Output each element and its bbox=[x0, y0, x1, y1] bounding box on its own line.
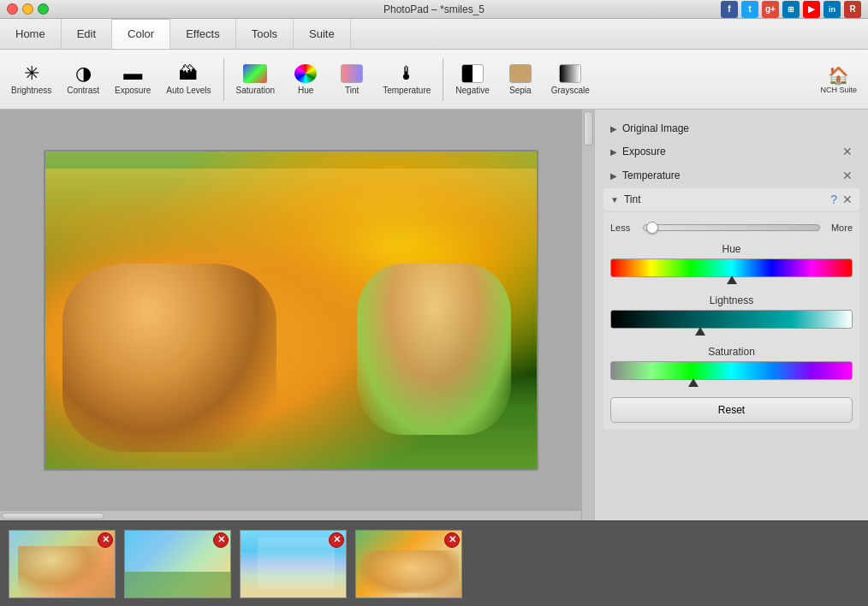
social-icons: f t g+ ⊞ ▶ in R bbox=[721, 1, 861, 18]
film-item-1[interactable]: ✕ bbox=[9, 530, 116, 598]
grayscale-tool[interactable]: Grayscale bbox=[544, 60, 597, 99]
lightness-slider[interactable] bbox=[610, 310, 853, 329]
tab-home[interactable]: Home bbox=[0, 19, 62, 49]
more-label: More bbox=[827, 223, 853, 233]
scrollbar-thumb-h[interactable] bbox=[2, 513, 104, 520]
exposure-close-button[interactable]: ✕ bbox=[842, 145, 853, 158]
effect-original-image[interactable]: ▶ Original Image bbox=[603, 118, 859, 139]
right-panel: ▶ Original Image ▶ Exposure ✕ ▶ Temperat… bbox=[594, 110, 868, 520]
facebook-icon[interactable]: f bbox=[721, 1, 738, 18]
titlebar-buttons bbox=[7, 3, 49, 15]
film-close-2[interactable]: ✕ bbox=[213, 532, 229, 548]
menu-tabs: Home Edit Color Effects Tools Suite bbox=[0, 19, 351, 49]
linkedin-icon[interactable]: in bbox=[823, 1, 841, 18]
film-close-3[interactable]: ✕ bbox=[329, 532, 344, 548]
tint-actions: ? ✕ bbox=[830, 193, 853, 206]
tab-tools[interactable]: Tools bbox=[236, 19, 294, 49]
image-area bbox=[0, 110, 581, 510]
twitter-icon[interactable]: t bbox=[741, 1, 758, 18]
less-more-slider-row: Less More bbox=[610, 219, 853, 236]
maximize-button[interactable] bbox=[38, 3, 49, 15]
separator-1 bbox=[223, 58, 224, 101]
saturation-tool[interactable]: Saturation bbox=[229, 60, 282, 99]
main-row: ▶ Original Image ▶ Exposure ✕ ▶ Temperat… bbox=[0, 110, 868, 520]
menubar: Home Edit Color Effects Tools Suite bbox=[0, 19, 868, 50]
film-close-4[interactable]: ✕ bbox=[444, 532, 460, 548]
exposure-label: Exposure bbox=[115, 86, 151, 95]
reset-button[interactable]: Reset bbox=[610, 397, 853, 423]
flowers-top bbox=[45, 169, 537, 271]
exposure-tool[interactable]: ▬ Exposure bbox=[108, 60, 158, 99]
tab-color[interactable]: Color bbox=[112, 19, 170, 49]
youtube-icon[interactable]: ▶ bbox=[803, 1, 820, 18]
tint-tool[interactable]: Tint bbox=[330, 60, 374, 99]
auto-levels-icon: 🏔 bbox=[179, 64, 198, 83]
saturation-slider-label: Saturation bbox=[610, 346, 853, 358]
windows-icon[interactable]: ⊞ bbox=[782, 1, 800, 18]
filmstrip: ✕ ✕ ✕ ✕ bbox=[0, 520, 868, 606]
google-icon[interactable]: g+ bbox=[762, 1, 779, 18]
vertical-scrollbar[interactable] bbox=[581, 110, 594, 520]
negative-tool[interactable]: Negative bbox=[449, 60, 496, 99]
saturation-label: Saturation bbox=[236, 86, 276, 95]
hue-icon bbox=[294, 64, 317, 83]
contrast-icon: ◑ bbox=[75, 64, 92, 83]
lightness-slider-label: Lightness bbox=[610, 294, 853, 306]
temperature-label: Temperature bbox=[383, 86, 431, 95]
contrast-tool[interactable]: ◑ Contrast bbox=[60, 60, 106, 99]
nch-suite-button[interactable]: 🏠 NCH Suite bbox=[813, 61, 864, 98]
brightness-tool[interactable]: ✳ Brightness bbox=[4, 60, 58, 99]
tint-info-button[interactable]: ? bbox=[830, 193, 837, 206]
temperature-icon: 🌡 bbox=[397, 64, 416, 83]
titlebar: PhotoPad – *smiles_5 f t g+ ⊞ ▶ in R bbox=[0, 0, 868, 19]
rss-icon[interactable]: R bbox=[844, 1, 861, 18]
hue-slider[interactable] bbox=[610, 258, 853, 277]
film-item-3[interactable]: ✕ bbox=[240, 530, 347, 598]
temperature-effect-label: Temperature bbox=[622, 169, 842, 181]
effect-temperature[interactable]: ▶ Temperature ✕ bbox=[603, 164, 859, 187]
contrast-label: Contrast bbox=[67, 86, 99, 95]
nch-label: NCH Suite bbox=[820, 86, 857, 94]
tint-close-button[interactable]: ✕ bbox=[842, 193, 853, 206]
arrow-icon-temperature: ▶ bbox=[610, 171, 617, 181]
hue-slider-wrapper: Hue bbox=[610, 243, 853, 277]
negative-icon bbox=[461, 64, 484, 83]
close-button[interactable] bbox=[7, 3, 18, 15]
saturation-slider[interactable] bbox=[610, 361, 853, 380]
temperature-tool[interactable]: 🌡 Temperature bbox=[376, 60, 437, 99]
auto-levels-tool[interactable]: 🏔 Auto Levels bbox=[159, 60, 217, 99]
film-item-2[interactable]: ✕ bbox=[124, 530, 231, 598]
nch-icon: 🏠 bbox=[828, 65, 849, 86]
film-item-4[interactable]: ✕ bbox=[355, 530, 462, 598]
arrow-icon-original: ▶ bbox=[610, 124, 617, 134]
brightness-label: Brightness bbox=[11, 86, 51, 95]
hue-slider-thumb bbox=[727, 276, 737, 284]
saturation-icon bbox=[243, 64, 267, 83]
grayscale-icon bbox=[559, 64, 581, 83]
film-close-1[interactable]: ✕ bbox=[98, 532, 113, 548]
content-column bbox=[0, 110, 581, 520]
saturation-slider-wrapper: Saturation bbox=[610, 346, 853, 380]
minimize-button[interactable] bbox=[22, 3, 33, 15]
exposure-icon: ▬ bbox=[123, 64, 142, 83]
temperature-close-button[interactable]: ✕ bbox=[842, 169, 853, 182]
lightness-slider-wrapper: Lightness bbox=[610, 294, 853, 329]
tab-effects[interactable]: Effects bbox=[170, 19, 236, 49]
exposure-effect-label: Exposure bbox=[622, 146, 842, 157]
sepia-label: Sepia bbox=[509, 86, 532, 95]
tab-suite[interactable]: Suite bbox=[294, 19, 351, 49]
main-image[interactable] bbox=[44, 150, 538, 471]
slider-thumb-less-more[interactable] bbox=[646, 222, 658, 234]
scrollbar-thumb-v[interactable] bbox=[584, 111, 593, 146]
effect-tint[interactable]: ▼ Tint ? ✕ bbox=[603, 188, 859, 211]
hue-tool[interactable]: Hue bbox=[283, 60, 328, 99]
temperature-actions: ✕ bbox=[842, 169, 853, 182]
less-more-slider[interactable] bbox=[643, 219, 820, 236]
exposure-actions: ✕ bbox=[842, 145, 853, 158]
tab-edit[interactable]: Edit bbox=[62, 19, 112, 49]
horizontal-scrollbar[interactable] bbox=[0, 510, 581, 520]
sepia-tool[interactable]: Sepia bbox=[498, 60, 543, 99]
effect-exposure[interactable]: ▶ Exposure ✕ bbox=[603, 140, 859, 163]
negative-label: Negative bbox=[455, 86, 489, 95]
slider-track-less-more bbox=[643, 224, 820, 231]
